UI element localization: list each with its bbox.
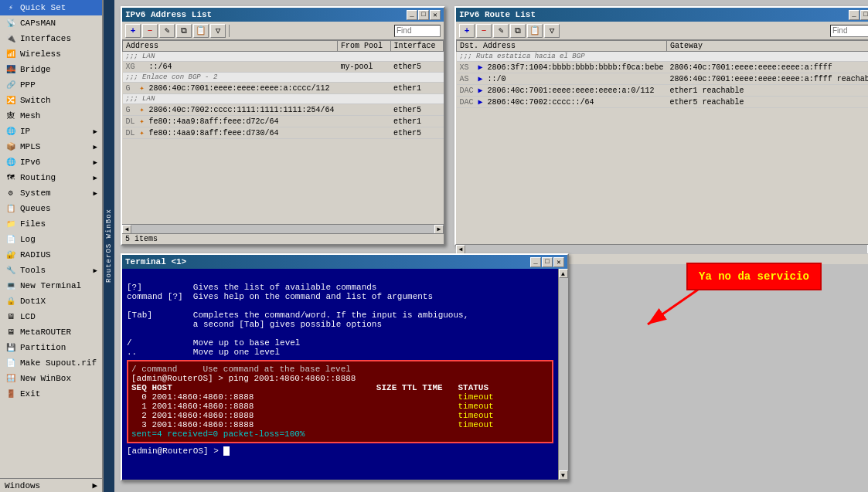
balloon: Ya no da servicio [686, 263, 822, 290]
hscroll-left[interactable]: ◀ [122, 225, 131, 234]
sidebar-items: ⚡ Quick Set 📡 CAPsMAN 🔌 Interfaces 📶 Wir… [0, 0, 102, 478]
remove-button[interactable]: − [142, 24, 158, 38]
sidebar-item-tools[interactable]: 🔧 Tools ▶ [0, 263, 102, 278]
sidebar-item-queues[interactable]: 📋 Queues [0, 201, 102, 216]
sidebar-item-metarouter[interactable]: 🖥 MetaROUTER [0, 324, 102, 340]
terminal-minimize[interactable]: _ [530, 257, 541, 267]
terminal-content[interactable]: [?] Gives the list of available commands… [122, 269, 558, 480]
copy-button[interactable]: ⧉ [176, 24, 192, 38]
paste-button[interactable]: 📋 [193, 24, 209, 38]
hscroll-track[interactable] [131, 225, 434, 234]
table-row[interactable]: DAC ▶ 2806:40c:7001:eeee:eeee:eeee:a:0/1… [457, 85, 869, 97]
sidebar-item-new-terminal[interactable]: 💻 New Terminal [0, 278, 102, 294]
table-row[interactable]: XG ::/64 my-pool ether5 [123, 62, 444, 73]
sidebar-item-lcd[interactable]: 🖥 LCD [0, 309, 102, 324]
col-from-pool[interactable]: From Pool [338, 41, 390, 52]
sidebar-item-ip[interactable]: 🌐 IP ▶ [0, 124, 102, 139]
ping-row-3: 3 2001:4860:4860::8888 timeout [131, 420, 549, 429]
term-vscroll-down[interactable]: ▼ [559, 470, 568, 480]
route-hscroll-track[interactable] [465, 245, 867, 254]
mpls-arrow: ▶ [94, 143, 97, 151]
filter-button[interactable]: ▽ [210, 24, 226, 38]
sidebar-item-ppp[interactable]: 🔗 PPP [0, 77, 102, 93]
terminal-maximize[interactable]: □ [542, 257, 553, 267]
lcd-icon: 🖥 [5, 310, 17, 323]
sidebar-item-quick-set[interactable]: ⚡ Quick Set [0, 0, 102, 15]
sidebar-item-routing[interactable]: 🗺 Routing ▶ [0, 170, 102, 185]
col-gateway[interactable]: Gateway [667, 41, 868, 52]
ipv6-route-hscroll[interactable]: ◀ ▶ [456, 244, 868, 253]
help-blank-1 [127, 301, 553, 310]
sidebar-item-partition[interactable]: 💾 Partition [0, 340, 102, 355]
edit-button[interactable]: ✎ [159, 24, 175, 38]
table-row[interactable]: DAC ▶ 2806:40c:7002:cccc::/64 ether5 rea… [457, 97, 869, 108]
sidebar-item-files[interactable]: 📁 Files [0, 216, 102, 232]
col-interface[interactable]: Interface [390, 41, 443, 52]
table-row: ;;; Ruta estatica hacia el BGP [457, 52, 869, 62]
system-arrow: ▶ [94, 189, 97, 198]
table-row[interactable]: G ✦ 2806:40c:7002:cccc:1111:1111:1111:25… [123, 104, 444, 116]
sidebar-item-make-supout[interactable]: 📄 Make Supout.rif [0, 355, 102, 371]
add-button[interactable]: + [125, 24, 141, 38]
route-edit-button[interactable]: ✎ [493, 24, 509, 38]
sent-line: sent=4 received=0 packet-loss=100% [131, 429, 549, 439]
table-row[interactable]: DL ✦ fe80::4aa9:8aff:feee:d730/64 ether5 [123, 127, 444, 139]
col-address[interactable]: Address [123, 41, 338, 52]
route-add-button[interactable]: + [459, 24, 475, 38]
ipv6-address-statusbar: 5 items [122, 233, 444, 244]
terminal-window: Terminal <1> _ □ ✕ [?] Gives the list of… [121, 253, 569, 481]
ipv6-route-maximize[interactable]: □ [860, 10, 868, 20]
route-copy-button[interactable]: ⧉ [510, 24, 526, 38]
terminal-close[interactable]: ✕ [553, 257, 564, 267]
ipv6-address-close[interactable]: ✕ [430, 10, 441, 20]
ipv6-address-titlebar: IPv6 Address List _ □ ✕ [122, 8, 444, 22]
new-winbox-icon: 🪟 [5, 372, 17, 385]
sidebar-item-interfaces[interactable]: 🔌 Interfaces [0, 31, 102, 46]
find-input[interactable] [394, 25, 441, 37]
wireless-icon: 📶 [5, 48, 17, 60]
term-vscroll-track[interactable] [559, 278, 568, 470]
ipv6-address-hscroll[interactable]: ◀ ▶ [122, 224, 444, 233]
routing-arrow: ▶ [94, 174, 97, 182]
sidebar-item-dot1x[interactable]: 🔒 Dot1X [0, 294, 102, 309]
ipv6-route-table-scroll[interactable]: Dst. Address Gateway ;;; Ruta estatica h… [456, 40, 868, 244]
terminal-titlebar: Terminal <1> _ □ ✕ [122, 255, 567, 269]
table-row[interactable]: DL ✦ fe80::4aa9:8aff:feee:d72c/64 ether1 [123, 116, 444, 127]
partition-icon: 💾 [5, 341, 17, 354]
term-vscroll-up[interactable]: ▲ [559, 269, 568, 278]
route-remove-button[interactable]: − [476, 24, 492, 38]
sidebar-item-ipv6[interactable]: 🌐 IPv6 ▶ [0, 154, 102, 170]
sidebar-item-mesh[interactable]: 🕸 Mesh [0, 108, 102, 124]
sidebar-item-exit[interactable]: 🚪 Exit [0, 386, 102, 402]
ipv6-route-minimize[interactable]: _ [849, 10, 859, 20]
route-find-input[interactable] [830, 25, 868, 37]
col-dst[interactable]: Dst. Address [457, 41, 667, 52]
sidebar-item-wireless[interactable]: 📶 Wireless [0, 46, 102, 62]
sidebar-item-log[interactable]: 📄 Log [0, 232, 102, 247]
route-paste-button[interactable]: 📋 [527, 24, 543, 38]
table-row[interactable]: XS ▶ 2806:3f7:1004:bbbb:bbbb:bbbb:f0ca:b… [457, 62, 869, 73]
sidebar-item-switch[interactable]: 🔀 Switch [0, 93, 102, 108]
sidebar-item-mpls[interactable]: 📦 MPLS ▶ [0, 139, 102, 154]
sidebar-item-bridge[interactable]: 🌉 Bridge [0, 62, 102, 77]
ipv6-address-table-scroll[interactable]: Address From Pool Interface ;;; LAN XG :… [122, 40, 444, 224]
main-area: IPv6 Address List _ □ ✕ + − ✎ ⧉ 📋 ▽ [114, 0, 868, 492]
table-row[interactable]: G ✦ 2806:40c:7001:eeee:eeee:eeee:a:cccc/… [123, 83, 444, 94]
sidebar-item-system[interactable]: ⚙ System ▶ [0, 185, 102, 201]
route-filter-button[interactable]: ▽ [544, 24, 560, 38]
help-line-tab2: a second [Tab] gives possible options [127, 320, 553, 329]
sidebar: ⚡ Quick Set 📡 CAPsMAN 🔌 Interfaces 📶 Wir… [0, 0, 104, 492]
hscroll-right[interactable]: ▶ [434, 225, 444, 234]
ipv6-address-minimize[interactable]: _ [407, 10, 417, 20]
sidebar-item-capsman[interactable]: 📡 CAPsMAN [0, 15, 102, 31]
ipv6-route-table: Dst. Address Gateway ;;; Ruta estatica h… [456, 40, 868, 108]
terminal-vscroll[interactable]: ▲ ▼ [558, 269, 567, 480]
sidebar-item-new-winbox[interactable]: 🪟 New WinBox [0, 371, 102, 386]
cursor [223, 446, 230, 456]
table-row[interactable]: AS ▶ ::/0 2806:40c:7001:eeee:eeee:eeee:a… [457, 73, 869, 85]
terminal-titlebar-buttons: _ □ ✕ [530, 257, 564, 267]
ipv6-address-maximize[interactable]: □ [418, 10, 429, 20]
ping-section: / command Use command at the base level … [127, 360, 553, 443]
route-hscroll-left[interactable]: ◀ [456, 245, 465, 254]
sidebar-item-radius[interactable]: 🔐 RADIUS [0, 247, 102, 263]
